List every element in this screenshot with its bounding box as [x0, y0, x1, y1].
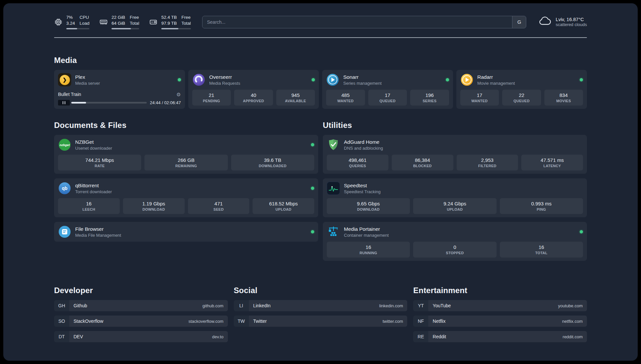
nzbget-icon: nzbget: [58, 138, 71, 151]
stat-label: QUERIES: [328, 164, 387, 168]
stat-label: SEED: [189, 207, 248, 211]
service-text: File BrowserMedia File Management: [75, 226, 121, 238]
stat-value: 16: [501, 244, 582, 250]
stat-value: 40: [235, 92, 272, 98]
bookmark-domain: linkedin.com: [379, 303, 403, 308]
stat-tiles: 16LEECH1.19 GbpsDOWNLOAD471SEED618.52 Mb…: [58, 195, 314, 214]
stat-value: 86,384: [393, 157, 452, 163]
service-header: qbqBittorrentTorrent downloader: [58, 182, 314, 195]
stat-label: AVAILABLE: [278, 99, 314, 103]
resource-readout: 52.4 TB97.9 TBFreeTotal: [161, 15, 191, 29]
stat-tile: 618.52 MbpsUPLOAD: [253, 198, 314, 214]
service-subtitle: Torrent downloader: [75, 189, 112, 194]
bookmark-abbr: SO: [54, 316, 69, 327]
bookmark-body: Redditreddit.com: [428, 331, 587, 342]
service-subtitle: Speedtest Tracking: [344, 189, 381, 194]
stat-value: 9.24 Gbps: [414, 201, 495, 206]
bookmark-row[interactable]: SOStackOverflowstackoverflow.com: [54, 316, 228, 327]
resource-value: 52.4 TB: [161, 15, 177, 20]
bookmark-row[interactable]: TWTwittertwitter.com: [234, 316, 408, 327]
bookmark-body: Twittertwitter.com: [249, 316, 408, 327]
resource-value: 97.9 TB: [161, 20, 177, 26]
stat-value: 39.6 TB: [232, 157, 313, 163]
service-card-overseerr[interactable]: OverseerrMedia Requests21PENDING40APPROV…: [188, 70, 319, 109]
playback-time: 24:44 / 02:06:47: [150, 100, 181, 105]
stat-value: 618.52 Mbps: [254, 201, 313, 206]
topbar: 7%3.24CPULoad22 GiB64 GiBFreeTotal52.4 T…: [54, 15, 587, 29]
resource-widget: 52.4 TB97.9 TBFreeTotal: [149, 15, 191, 29]
stat-tiles: 485WANTED17QUEUED196SERIES: [326, 86, 449, 106]
status-dot: [311, 187, 314, 190]
section-utilities: Utilities AdGuard HomeDNS and adblocking…: [323, 121, 587, 265]
svg-text:qb: qb: [62, 186, 67, 191]
stat-value: 266 GB: [146, 157, 226, 163]
plex-icon: ❯: [58, 73, 71, 86]
bookmark-body: Netflixnetflix.com: [428, 316, 587, 327]
stat-tile: 22QUEUED: [502, 90, 541, 106]
pause-button[interactable]: [58, 100, 70, 106]
adguard-icon: [327, 138, 340, 151]
bookmark-row[interactable]: DTDEVdev.to: [54, 331, 228, 342]
service-card-filebrowser[interactable]: File BrowserMedia File Management: [54, 222, 318, 242]
section-media: Media ❯PlexMedia serverBullet Train⚙24:4…: [54, 56, 587, 109]
service-card-speedtest[interactable]: SpeedtestSpeedtest Tracking9.65 GbpsDOWN…: [323, 178, 587, 217]
stat-tile: 1.19 GbpsDOWNLOAD: [123, 198, 185, 214]
bookmark-name: Netflix: [433, 318, 445, 324]
gear-icon[interactable]: ⚙: [176, 92, 181, 97]
bookmark-body: Githubgithub.com: [69, 300, 228, 311]
bookmark-row[interactable]: GHGithubgithub.com: [54, 300, 228, 311]
service-card-radarr[interactable]: RadarrMovie management17WANTED22QUEUED83…: [456, 70, 587, 109]
stat-label: WANTED: [462, 99, 498, 103]
stat-label: APPROVED: [235, 99, 272, 103]
qbittorrent-icon: qb: [58, 182, 71, 195]
stat-tile: 17QUEUED: [368, 90, 407, 106]
resource-value: 7%: [66, 15, 75, 20]
bookmark-abbr: GH: [54, 300, 69, 311]
service-card-portainer[interactable]: Media PortainerContainer management16RUN…: [323, 222, 587, 261]
bookmark-abbr: LI: [234, 300, 249, 311]
service-text: Media PortainerContainer management: [344, 226, 389, 238]
bookmark-row[interactable]: RERedditreddit.com: [413, 331, 587, 342]
service-subtitle: Media Requests: [209, 81, 240, 86]
stat-tiles: 9.65 GbpsDOWNLOAD9.24 GbpsUPLOAD0.993 ms…: [327, 195, 583, 214]
bookmark-group: EntertainmentYTYouTubeyoutube.comNFNetfl…: [413, 286, 587, 347]
service-card-nzbget[interactable]: nzbgetNZBGetUsenet downloader744.21 Mbps…: [54, 135, 318, 174]
bookmark-domain: reddit.com: [563, 334, 583, 339]
service-card-plex[interactable]: ❯PlexMedia serverBullet Train⚙24:44 / 02…: [54, 70, 185, 109]
bookmark-row[interactable]: YTYouTubeyoutube.com: [413, 300, 587, 311]
stat-tile: 86,384BLOCKED: [392, 155, 453, 170]
search-provider-button[interactable]: G: [512, 16, 526, 28]
playback-progress-bar[interactable]: [71, 102, 147, 104]
stat-label: RUNNING: [328, 251, 409, 255]
filebrowser-icon: [58, 225, 71, 238]
stat-value: 9.65 Gbps: [328, 201, 409, 206]
status-dot: [580, 230, 583, 233]
media-cards: ❯PlexMedia serverBullet Train⚙24:44 / 02…: [54, 70, 587, 109]
service-subtitle: Media File Management: [75, 233, 121, 238]
bookmark-row[interactable]: NFNetflixnetflix.com: [413, 316, 587, 327]
section-title-documents: Documents & Files: [54, 121, 318, 130]
bookmark-name: Reddit: [433, 334, 446, 339]
service-name: File Browser: [75, 226, 121, 232]
speedtest-icon: [327, 182, 340, 195]
bookmark-name: YouTube: [433, 303, 451, 308]
bookmark-list: GHGithubgithub.comSOStackOverflowstackov…: [54, 300, 228, 342]
stat-value: 21: [194, 92, 230, 98]
service-card-qbittorrent[interactable]: qbqBittorrentTorrent downloader16LEECH1.…: [54, 178, 318, 217]
resource-readout: 22 GiB64 GiBFreeTotal: [111, 15, 139, 29]
stat-tile: 47.571 msLATENCY: [521, 155, 583, 170]
service-card-sonarr[interactable]: SonarrSeries management485WANTED17QUEUED…: [322, 70, 453, 109]
stat-tile: 9.65 GbpsDOWNLOAD: [327, 198, 410, 214]
search-input[interactable]: [202, 16, 512, 28]
topbar-divider: [54, 37, 587, 38]
service-card-adguard[interactable]: AdGuard HomeDNS and adblocking498,461QUE…: [323, 135, 587, 174]
service-text: PlexMedia server: [75, 74, 100, 86]
search-bar[interactable]: G: [202, 16, 527, 28]
now-playing-title: Bullet Train: [58, 92, 81, 97]
bookmark-row[interactable]: LILinkedInlinkedin.com: [234, 300, 408, 311]
service-name: AdGuard Home: [344, 139, 383, 145]
service-name: Speedtest: [344, 183, 381, 189]
resource-label: Total: [130, 20, 139, 26]
resource-progress-bar: [111, 28, 139, 30]
status-dot: [446, 78, 449, 81]
